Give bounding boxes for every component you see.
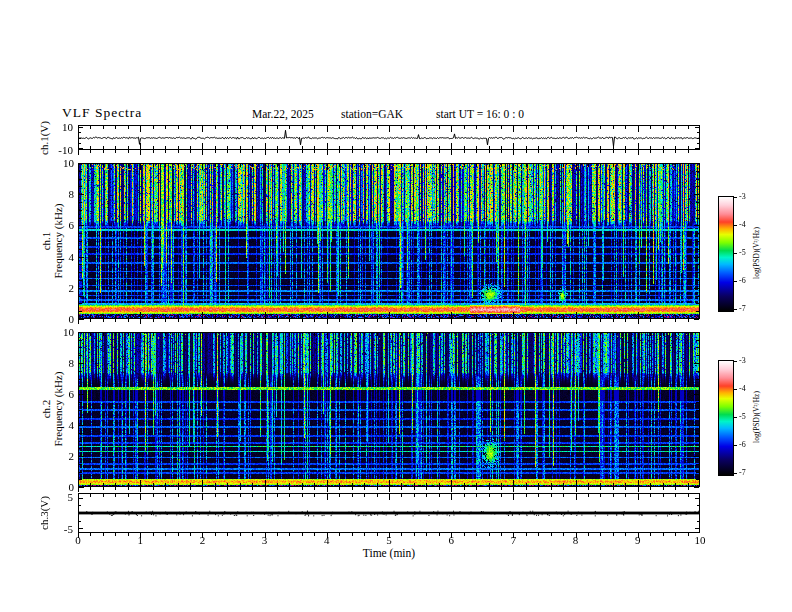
station-label: station=GAK	[341, 108, 403, 120]
ch1-frequency-axis-label: ch.1 Frequency (kHz)	[40, 204, 64, 279]
date-label: Mar.22, 2025	[252, 108, 314, 120]
ch2-frequency-axis-label: ch.2 Frequency (kHz)	[40, 372, 64, 447]
colorbar-tick-label: -7	[739, 305, 746, 313]
colorbar-ch1-label: log(PSD)(V²/Hz)	[753, 227, 761, 279]
spec1-y-tick-label: 6	[69, 219, 75, 231]
colorbar-tick-label: -3	[739, 357, 746, 365]
spec1-y-tick-label: 0	[69, 313, 75, 325]
ch3-y-tick-label: 5	[68, 491, 74, 503]
ch1-voltage-axis-label: ch.1(V)	[38, 121, 50, 155]
spec2-y-tick-label: 0	[69, 481, 75, 493]
ch1-channel-label: ch.1	[40, 204, 52, 279]
spec1-y-tick-label: 2	[69, 282, 75, 294]
spec2-y-tick-label: 10	[63, 326, 74, 338]
spec1-y-tick-label: 10	[63, 157, 74, 169]
colorbar-tick-label: -4	[739, 221, 746, 229]
colorbar-tick-label: -6	[739, 277, 746, 285]
colorbar-tick-label: -5	[739, 413, 746, 421]
ch1-frequency-label: Frequency (kHz)	[52, 204, 64, 279]
colorbar-tick-label: -7	[739, 469, 746, 477]
spec2-y-tick-label: 4	[69, 419, 75, 431]
ch3-waveform-panel	[78, 493, 700, 541]
ch2-channel-label: ch.2	[40, 372, 52, 447]
spec1-y-tick-label: 8	[69, 188, 75, 200]
colorbar-ch2-label: log(PSD)(V²/Hz)	[753, 391, 761, 443]
spec2-y-tick-label: 2	[69, 450, 75, 462]
ch1-wave-y-tick-label: 10	[62, 121, 73, 133]
ch2-spectrogram-panel	[78, 332, 700, 494]
vlf-spectra-figure: VLF Spectra Mar.22, 2025 station=GAK sta…	[0, 0, 792, 612]
ch3-y-tick-label: -5	[64, 523, 73, 535]
ch2-frequency-label: Frequency (kHz)	[52, 372, 64, 447]
colorbar-ch1	[718, 196, 734, 312]
ch1-spectrogram-panel	[78, 163, 700, 326]
colorbar-tick-label: -6	[739, 441, 746, 449]
ch1-wave-y-tick-label: -10	[58, 144, 73, 156]
spec1-y-tick-label: 4	[69, 251, 75, 263]
colorbar-ch2	[718, 360, 734, 476]
colorbar-tick-label: -4	[739, 385, 746, 393]
ch1-waveform-panel	[78, 125, 700, 157]
start-time-label: start UT = 16: 0 : 0	[436, 108, 524, 120]
colorbar-tick-label: -3	[739, 193, 746, 201]
x-axis-title: Time (min)	[363, 547, 415, 559]
ch3-voltage-axis-label: ch.3(V)	[38, 496, 50, 530]
colorbar-tick-label: -5	[739, 249, 746, 257]
figure-title: VLF Spectra	[62, 105, 142, 121]
spec2-y-tick-label: 6	[69, 388, 75, 400]
spec2-y-tick-label: 8	[69, 357, 75, 369]
